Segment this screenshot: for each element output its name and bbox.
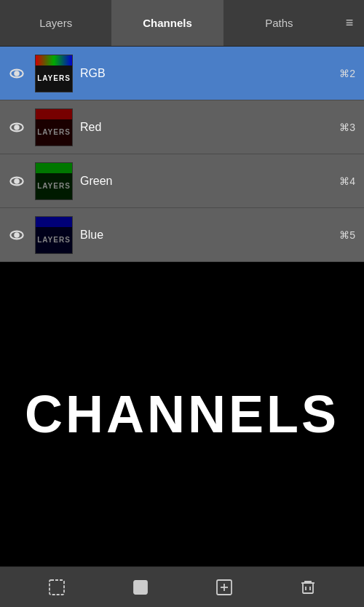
new-channel-button[interactable] <box>210 573 239 602</box>
channel-shortcut-rgb: ⌘2 <box>339 68 355 79</box>
svg-point-5 <box>15 179 18 183</box>
channel-row-red[interactable]: LAYERS Red ⌘3 <box>0 100 364 154</box>
thumb-blue: LAYERS <box>35 216 73 254</box>
channel-list: LAYERS RGB ⌘2 LAYERS Red ⌘3 LAYERS <box>0 47 364 262</box>
channel-name-red: Red <box>80 121 339 134</box>
eye-icon-blue[interactable] <box>6 226 28 245</box>
main-content: CHANNELS <box>0 262 364 566</box>
channel-shortcut-red: ⌘3 <box>339 122 355 133</box>
main-label: CHANNELS <box>25 384 339 444</box>
channel-row-blue[interactable]: LAYERS Blue ⌘5 <box>0 208 364 262</box>
menu-button[interactable]: ≡ <box>335 0 364 46</box>
channel-name-rgb: RGB <box>80 67 339 80</box>
channel-row-rgb[interactable]: LAYERS RGB ⌘2 <box>0 47 364 100</box>
thumb-green: LAYERS <box>35 162 73 200</box>
eye-icon-red[interactable] <box>6 118 28 137</box>
thumb-rgb: LAYERS <box>35 55 73 92</box>
channel-shortcut-blue: ⌘5 <box>339 229 355 241</box>
tab-layers[interactable]: Layers <box>0 0 111 46</box>
tab-channels[interactable]: Channels <box>111 0 223 46</box>
delete-channel-button[interactable] <box>293 573 323 602</box>
eye-icon-rgb[interactable] <box>6 64 28 83</box>
channel-row-green[interactable]: LAYERS Green ⌘4 <box>0 154 364 208</box>
svg-rect-9 <box>134 581 147 594</box>
load-selection-button[interactable] <box>42 573 71 602</box>
save-selection-button[interactable] <box>126 573 155 602</box>
channel-shortcut-green: ⌘4 <box>339 175 355 187</box>
channel-name-blue: Blue <box>80 229 339 242</box>
svg-point-1 <box>15 71 18 75</box>
tab-bar: Layers Channels Paths ≡ <box>0 0 364 47</box>
svg-point-7 <box>15 233 18 237</box>
svg-point-3 <box>15 125 18 129</box>
bottom-toolbar <box>0 566 364 607</box>
svg-rect-13 <box>303 583 313 593</box>
eye-icon-green[interactable] <box>6 172 28 191</box>
svg-rect-8 <box>50 580 64 595</box>
tab-paths[interactable]: Paths <box>223 0 335 46</box>
channel-name-green: Green <box>80 175 339 188</box>
thumb-red: LAYERS <box>35 108 73 146</box>
